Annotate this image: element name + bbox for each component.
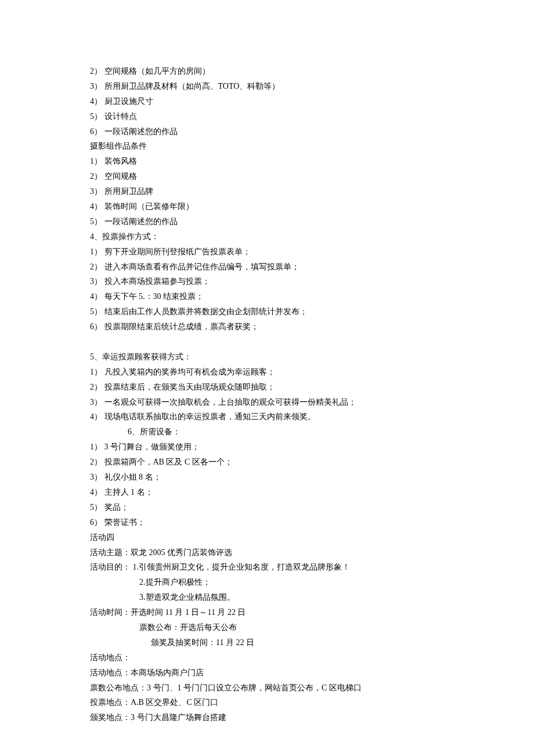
- text-line: 3） 投入本商场投票箱参与投票；: [90, 274, 464, 289]
- text-line: 2） 空间规格（如几平方的房间）: [90, 64, 464, 79]
- text-line: 1） 剪下开业期间所刊登报纸广告投票表单；: [90, 244, 464, 260]
- text-line: 4） 主持人 1 名；: [90, 485, 464, 500]
- text-line: 活动地点：: [90, 650, 464, 665]
- text-line: 票数公布地点：3 号门、1 号门门口设立公布牌，网站首页公布，C 区电梯口: [90, 681, 464, 696]
- text-line: 3） 礼仪小姐 8 名；: [90, 470, 464, 485]
- text-line: 6） 投票期限结束后统计总成绩，票高者获奖；: [90, 319, 464, 334]
- text-line: 3） 所用厨卫品牌及材料（如尚高、TOTO、科勒等）: [90, 79, 464, 94]
- text-line: 2） 进入本商场查看有作品并记住作品编号，填写投票单；: [90, 260, 464, 275]
- text-line: 4） 装饰时间（已装修年限）: [90, 199, 464, 214]
- text-line: 4） 每天下午 5.：30 结束投票；: [90, 289, 464, 304]
- document-body: 2） 空间规格（如几平方的房间）3） 所用厨卫品牌及材料（如尚高、TOTO、科勒…: [90, 64, 464, 725]
- text-line: 1） 装饰风格: [90, 154, 464, 169]
- text-line: 6、所需设备：: [90, 424, 464, 440]
- text-line: 活动时间：开选时间 11 月 1 日～11 月 22 日: [90, 605, 464, 620]
- text-line: 5） 设计特点: [90, 109, 464, 124]
- text-line: 2） 投票箱两个，AB 区及 C 区各一个；: [90, 455, 464, 470]
- text-line: 活动主题：双龙 2005 优秀门店装饰评选: [90, 545, 464, 560]
- text-line: 4、投票操作方式：: [90, 229, 464, 244]
- text-line: 投票地点：A.B 区交界处、C 区门口: [90, 695, 464, 710]
- text-line: 摄影组作品条件: [90, 139, 464, 154]
- text-line: 活动地点：本商场场内商户门店: [90, 665, 464, 681]
- text-line: 1） 3 号门舞台，做颁奖使用；: [90, 440, 464, 455]
- text-line: 票数公布：开选后每天公布: [90, 620, 464, 635]
- text-line: 1） 凡投入奖箱内的奖券均可有机会成为幸运顾客；: [90, 365, 464, 380]
- text-line: 2） 投票结束后，在颁奖当天由现场观众随即抽取；: [90, 380, 464, 395]
- text-line: 2.提升商户积极性；: [90, 575, 464, 590]
- text-line: 2） 空间规格: [90, 169, 464, 184]
- text-line: 5） 奖品；: [90, 500, 464, 515]
- text-line: 5） 结束后由工作人员数票并将数据交由企划部统计并发布；: [90, 304, 464, 319]
- text-line: 4） 现场电话联系抽取出的幸运投票者，通知三天内前来领奖。: [90, 409, 464, 424]
- text-line: 活动目的： 1.引领贵州厨卫文化，提升企业知名度，打造双龙品牌形象！: [90, 560, 464, 575]
- text-line: 5、幸运投票顾客获得方式：: [90, 350, 464, 365]
- text-line: 颁奖地点：3 号门大昌隆广场舞台搭建: [90, 710, 464, 725]
- text-line: 3） 一名观众可获得一次抽取机会，上台抽取的观众可获得一份精美礼品；: [90, 395, 464, 410]
- text-line: 3） 所用厨卫品牌: [90, 184, 464, 199]
- text-line: [90, 334, 464, 350]
- text-line: 6） 荣誉证书；: [90, 515, 464, 530]
- text-line: 活动四: [90, 530, 464, 545]
- text-line: 4） 厨卫设施尺寸: [90, 94, 464, 109]
- text-line: 颁奖及抽奖时间：11 月 22 日: [90, 635, 464, 650]
- text-line: 5） 一段话阐述您的作品: [90, 214, 464, 229]
- text-line: 6） 一段话阐述您的作品: [90, 124, 464, 139]
- text-line: 3.塑造双龙企业精品氛围。: [90, 590, 464, 605]
